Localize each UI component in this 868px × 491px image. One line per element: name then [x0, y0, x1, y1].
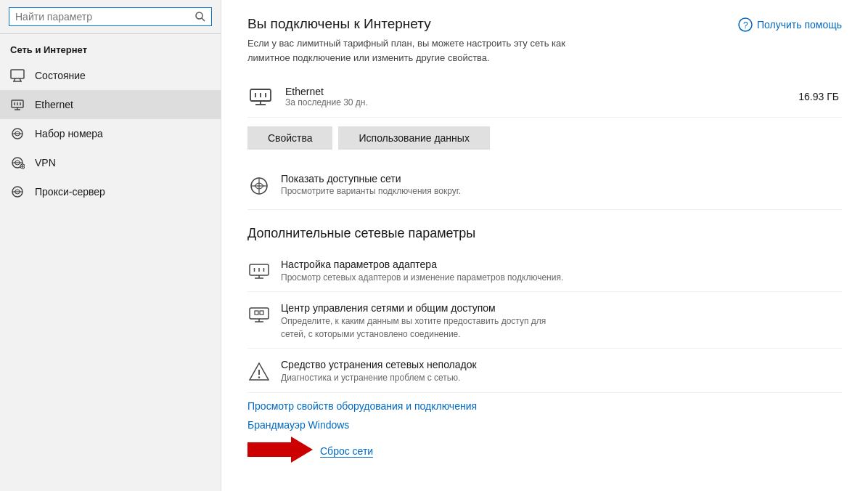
network-center-title: Центр управления сетями и общим доступом [281, 302, 571, 314]
reset-link[interactable]: Сброс сети [320, 445, 373, 458]
page-desc: Если у вас лимитный тарифный план, вы мо… [247, 36, 567, 65]
ethernet-card-icon-svg [249, 86, 272, 107]
sidebar-item-proxy-label: Прокси-сервер [35, 186, 105, 198]
ethernet-size: 16.93 ГБ [798, 91, 842, 102]
svg-rect-41 [255, 311, 258, 315]
ethernet-card-icon [247, 84, 274, 110]
troubleshoot-icon [247, 360, 271, 384]
sidebar-item-dialup[interactable]: Набор номера [0, 119, 221, 148]
hardware-link[interactable]: Просмотр свойств оборудования и подключе… [247, 400, 842, 412]
monitor-icon [10, 68, 25, 83]
help-icon: ? [738, 17, 753, 32]
network-center-icon-svg [249, 306, 269, 325]
sidebar: Сеть и Интернет Состояние [0, 0, 221, 491]
ethernet-card: Ethernet За последние 30 дн. 16.93 ГБ [247, 76, 842, 118]
troubleshoot-sub: Диагностика и устранение проблем с сетью… [281, 372, 477, 384]
red-arrow-icon [247, 437, 313, 463]
help-label: Получить помощь [757, 19, 842, 31]
svg-text:?: ? [743, 20, 748, 31]
advanced-section-title: Дополнительные сетевые параметры [247, 226, 842, 241]
show-networks-title: Показать доступные сети [281, 173, 461, 184]
globe-icon [249, 176, 269, 196]
vpn-icon [10, 155, 25, 170]
sidebar-item-ethernet[interactable]: Ethernet [0, 90, 221, 119]
sidebar-item-status[interactable]: Состояние [0, 61, 221, 90]
network-center-icon [247, 304, 271, 327]
sidebar-item-dialup-label: Набор номера [35, 128, 103, 139]
show-networks-text: Показать доступные сети Просмотрите вари… [281, 173, 461, 196]
advanced-item-network-center[interactable]: Центр управления сетями и общим доступом… [247, 295, 842, 349]
sidebar-item-vpn-label: VPN [35, 157, 56, 169]
network-center-sub: Определите, к каким данным вы хотите пре… [281, 315, 571, 341]
adapter-sub: Просмотр сетевых адаптеров и изменение п… [281, 272, 563, 284]
firewall-link[interactable]: Брандмауэр Windows [247, 419, 842, 431]
sidebar-nav: Состояние Ethernet [0, 61, 221, 206]
svg-rect-42 [260, 311, 263, 315]
sidebar-item-vpn[interactable]: VPN [0, 148, 221, 177]
sidebar-title: Сеть и Интернет [0, 34, 221, 61]
advanced-item-adapter[interactable]: Настройка параметров адаптера Просмотр с… [247, 251, 842, 292]
reset-row: Сброс сети [247, 437, 842, 463]
button-row: Свойства Использование данных [247, 126, 842, 150]
help-link[interactable]: ? Получить помощь [738, 17, 842, 32]
sidebar-item-status-label: Состояние [35, 70, 86, 81]
ethernet-icon [10, 97, 25, 112]
svg-point-45 [258, 376, 260, 378]
show-networks-icon [247, 174, 271, 198]
main-content: ? Получить помощь Вы подключены к Интерн… [221, 0, 868, 491]
adapter-icon [247, 260, 271, 283]
troubleshoot-icon-svg [249, 362, 269, 382]
data-usage-button[interactable]: Использование данных [338, 126, 489, 150]
search-box-container [9, 7, 212, 26]
properties-button[interactable]: Свойства [247, 126, 332, 150]
show-networks-sub: Просмотрите варианты подключения вокруг. [281, 186, 461, 196]
dialup-icon [10, 126, 25, 141]
search-icon [195, 12, 205, 22]
svg-marker-46 [247, 437, 313, 463]
search-wrapper [0, 0, 221, 34]
adapter-icon-svg [249, 262, 269, 281]
search-input[interactable] [15, 11, 195, 23]
ethernet-info: Ethernet За последние 30 дн. [285, 86, 787, 107]
troubleshoot-title: Средство устранения сетевых неполадок [281, 359, 477, 370]
adapter-text: Настройка параметров адаптера Просмотр с… [281, 259, 563, 284]
sidebar-item-proxy[interactable]: Прокси-сервер [0, 177, 221, 206]
show-networks-row: Показать доступные сети Просмотрите вари… [247, 166, 842, 210]
svg-rect-2 [11, 70, 24, 78]
search-button[interactable] [195, 12, 205, 22]
svg-line-1 [202, 18, 205, 21]
advanced-item-troubleshoot[interactable]: Средство устранения сетевых неполадок Ди… [247, 352, 842, 392]
ethernet-sub: За последние 30 дн. [285, 97, 787, 107]
proxy-icon [10, 184, 25, 199]
svg-point-0 [196, 12, 202, 19]
svg-rect-38 [250, 308, 269, 319]
troubleshoot-text: Средство устранения сетевых неполадок Ди… [281, 359, 477, 384]
header-section: ? Получить помощь Вы подключены к Интерн… [247, 16, 842, 76]
adapter-title: Настройка параметров адаптера [281, 259, 563, 270]
network-center-text: Центр управления сетями и общим доступом… [281, 302, 571, 341]
ethernet-name: Ethernet [285, 86, 787, 97]
sidebar-item-ethernet-label: Ethernet [35, 99, 73, 110]
